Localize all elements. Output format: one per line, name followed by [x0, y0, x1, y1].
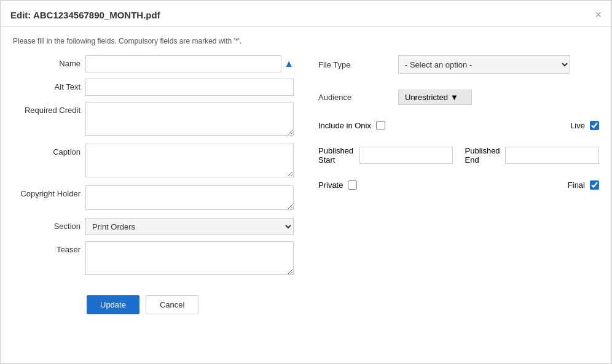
section-label: Section — [13, 218, 80, 231]
name-input[interactable] — [85, 55, 281, 72]
edit-dialog: Edit: ABC1234567890_MONTH.pdf × Please f… — [0, 0, 612, 364]
copyright-holder-field-wrapper — [85, 185, 294, 212]
alt-text-input[interactable] — [85, 79, 294, 96]
include-in-onix-item: Include in Onix — [318, 121, 453, 130]
caption-input[interactable] — [85, 144, 294, 177]
required-credit-field-wrapper — [85, 102, 294, 137]
hint-text: Please fill in the following fields. Com… — [13, 37, 599, 45]
published-end-item: Published End — [465, 146, 600, 165]
alt-text-label: Alt Text — [13, 79, 80, 91]
private-checkbox[interactable] — [348, 180, 357, 190]
dialog-title: Edit: ABC1234567890_MONTH.pdf — [10, 10, 160, 20]
update-button[interactable]: Update — [87, 295, 139, 314]
left-column: Name ▲ Alt Text Required Credit — [13, 55, 294, 314]
final-checkbox[interactable] — [590, 180, 599, 190]
published-start-label: Published Start — [318, 146, 355, 165]
teaser-input[interactable] — [85, 241, 294, 275]
copyright-holder-label: Copyright Holder — [13, 185, 80, 198]
include-in-onix-checkbox[interactable] — [376, 121, 385, 130]
published-start-item: Published Start — [318, 146, 453, 165]
caption-row: Caption — [13, 144, 294, 179]
live-checkbox[interactable] — [590, 121, 599, 130]
cancel-button[interactable]: Cancel — [146, 295, 198, 314]
published-end-label: Published End — [465, 146, 500, 165]
published-start-input[interactable] — [359, 147, 452, 164]
dialog-body: Please fill in the following fields. Com… — [1, 27, 611, 324]
final-item: Final — [465, 180, 600, 190]
audience-dropdown-icon: ▼ — [450, 93, 458, 102]
private-final-row: Private Final — [318, 180, 599, 190]
include-in-onix-label: Include in Onix — [318, 121, 371, 130]
required-credit-row: Required Credit — [13, 102, 294, 137]
required-credit-label: Required Credit — [13, 102, 80, 115]
form-layout: Name ▲ Alt Text Required Credit — [13, 55, 599, 314]
name-row: Name ▲ — [13, 55, 294, 72]
teaser-row: Teaser — [13, 241, 294, 277]
private-label: Private — [318, 180, 343, 190]
section-select[interactable]: Print Orders — [85, 218, 294, 235]
final-label: Final — [568, 180, 585, 190]
audience-row: Audience Unrestricted ▼ — [318, 90, 599, 105]
live-item: Live — [465, 121, 600, 130]
buttons-row: Update Cancel — [13, 295, 294, 314]
alt-text-row: Alt Text — [13, 79, 294, 96]
section-field-wrapper: Print Orders — [85, 218, 294, 235]
audience-label: Audience — [318, 93, 398, 102]
audience-button[interactable]: Unrestricted ▼ — [398, 90, 472, 105]
file-type-row: File Type - Select an option - — [318, 55, 599, 74]
audience-value: Unrestricted — [405, 93, 448, 102]
file-type-select[interactable]: - Select an option - — [398, 55, 570, 74]
published-end-input[interactable] — [505, 147, 599, 164]
file-type-content: - Select an option - — [398, 55, 599, 74]
copyright-holder-row: Copyright Holder — [13, 185, 294, 212]
published-dates-row: Published Start Published End — [318, 146, 599, 165]
alt-text-field-wrapper — [85, 79, 294, 96]
teaser-field-wrapper — [85, 241, 294, 277]
required-credit-input[interactable] — [85, 102, 294, 136]
teaser-label: Teaser — [13, 241, 80, 254]
file-type-label: File Type — [318, 60, 398, 69]
live-label: Live — [570, 121, 585, 130]
name-field-wrapper: ▲ — [85, 55, 294, 72]
close-button[interactable]: × — [595, 9, 602, 20]
chevron-up-icon[interactable]: ▲ — [284, 59, 294, 69]
section-row: Section Print Orders — [13, 218, 294, 235]
private-item: Private — [318, 180, 453, 190]
dialog-title-bar: Edit: ABC1234567890_MONTH.pdf × — [1, 1, 611, 27]
name-label: Name — [13, 55, 80, 68]
caption-field-wrapper — [85, 144, 294, 179]
audience-content: Unrestricted ▼ — [398, 90, 599, 105]
copyright-holder-input[interactable] — [85, 185, 294, 210]
right-column: File Type - Select an option - Audience … — [312, 55, 599, 314]
caption-label: Caption — [13, 144, 80, 157]
onix-live-row: Include in Onix Live — [318, 121, 599, 130]
